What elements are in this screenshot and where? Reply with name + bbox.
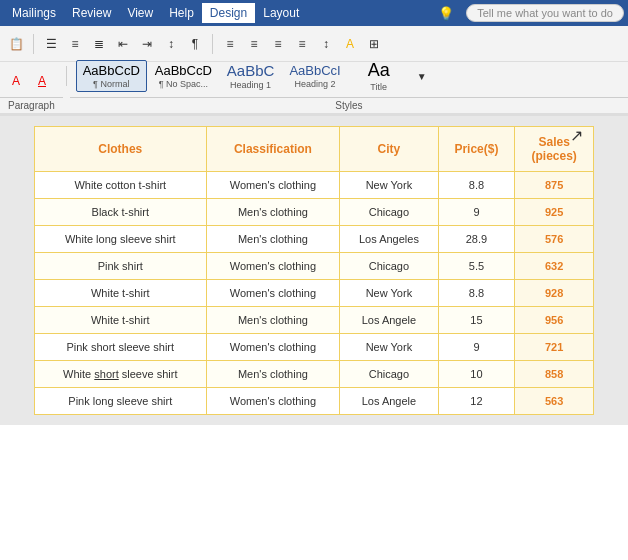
tell-me-text: Tell me what you want to do — [477, 7, 613, 19]
table-cell: White cotton t-shirt — [35, 172, 207, 199]
table-cell: New York — [340, 172, 438, 199]
table-cell: White long sleeve shirt — [35, 226, 207, 253]
clipboard-group: 📋 — [4, 32, 28, 56]
style-heading2[interactable]: AaBbCcI Heading 2 — [282, 60, 347, 92]
style-title-preview: Aa — [368, 60, 390, 82]
table-cell: Pink long sleeve shirt — [35, 388, 207, 415]
table-cell: New York — [340, 280, 438, 307]
table-row: Black t-shirtMen's clothingChicago9925 — [35, 199, 594, 226]
align-left-button[interactable]: ≡ — [218, 32, 242, 56]
table-cell: White short sleeve shirt — [35, 361, 207, 388]
table-cell: Los Angele — [340, 307, 438, 334]
increase-indent-button[interactable]: ⇥ — [135, 32, 159, 56]
col-header-clothes: Clothes — [35, 127, 207, 172]
paste-button[interactable]: 📋 — [4, 32, 28, 56]
col-header-city: City — [340, 127, 438, 172]
table-cell: White t-shirt — [35, 307, 207, 334]
table-row: White short sleeve shirtMen's clothingCh… — [35, 361, 594, 388]
col-header-sales: Sales(pieces) — [515, 127, 594, 172]
table-row: Pink long sleeve shirtWomen's clothingLo… — [35, 388, 594, 415]
table-cell: 956 — [515, 307, 594, 334]
align-right-button[interactable]: ≡ — [266, 32, 290, 56]
alignment-group: ≡ ≡ ≡ ≡ ↕ A ⊞ — [218, 32, 386, 56]
table-cell: Los Angele — [340, 388, 438, 415]
table-cell: Chicago — [340, 253, 438, 280]
col-header-classification: Classification — [206, 127, 340, 172]
table-cell: Pink short sleeve shirt — [35, 334, 207, 361]
document-area: ↗ Clothes Classification City Price($) S… — [0, 116, 628, 425]
table-cell: 9 — [438, 334, 515, 361]
table-cell: Women's clothing — [206, 172, 340, 199]
line-spacing-button[interactable]: ↕ — [314, 32, 338, 56]
justify-button[interactable]: ≡ — [290, 32, 314, 56]
table-cell: Women's clothing — [206, 334, 340, 361]
table-cell: Black t-shirt — [35, 199, 207, 226]
table-cell: 563 — [515, 388, 594, 415]
table-cell: Los Angeles — [340, 226, 438, 253]
style-nospace-preview: AaBbCcD — [155, 63, 212, 79]
table-row: Pink shirtWomen's clothingChicago5.5632 — [35, 253, 594, 280]
style-nospace[interactable]: AaBbCcD ¶ No Spac... — [148, 60, 219, 92]
text-format-group: ☰ ≡ ≣ ⇤ ⇥ ↕ ¶ — [39, 32, 207, 56]
decrease-indent-button[interactable]: ⇤ — [111, 32, 135, 56]
table-cell: 15 — [438, 307, 515, 334]
style-normal-preview: AaBbCcD — [83, 63, 140, 79]
paragraph-section: A A Paragraph — [0, 62, 63, 113]
table-cell: Chicago — [340, 361, 438, 388]
table-cell: New York — [340, 334, 438, 361]
separator-2 — [212, 34, 213, 54]
borders-button[interactable]: ⊞ — [362, 32, 386, 56]
menu-mailings[interactable]: Mailings — [4, 3, 64, 23]
table-cell: 632 — [515, 253, 594, 280]
menu-help[interactable]: Help — [161, 3, 202, 23]
paragraph-label: Paragraph — [0, 97, 63, 113]
shading-button[interactable]: A — [338, 32, 362, 56]
style-h1-label: Heading 1 — [230, 80, 271, 90]
menu-design[interactable]: Design — [202, 3, 255, 23]
table-cell: 8.8 — [438, 280, 515, 307]
styles-section: AaBbCcD ¶ Normal AaBbCcD ¶ No Spac... Aa… — [70, 62, 628, 113]
table-row: Pink short sleeve shirtWomen's clothingN… — [35, 334, 594, 361]
table-cell: Men's clothing — [206, 199, 340, 226]
toolbar-area: 📋 ☰ ≡ ≣ ⇤ ⇥ ↕ ¶ ≡ ≡ ≡ ≡ ↕ A ⊞ A — [0, 26, 628, 116]
style-h1-preview: AaBbC — [227, 62, 275, 80]
sort-button[interactable]: ↕ — [159, 32, 183, 56]
menu-review[interactable]: Review — [64, 3, 119, 23]
table-cell: 576 — [515, 226, 594, 253]
table-cell: Women's clothing — [206, 388, 340, 415]
style-title[interactable]: Aa Title — [349, 57, 409, 95]
table-cell: Pink shirt — [35, 253, 207, 280]
table-cell: Men's clothing — [206, 307, 340, 334]
show-marks-button[interactable]: ¶ — [183, 32, 207, 56]
separator-1 — [33, 34, 34, 54]
table-cell: White t-shirt — [35, 280, 207, 307]
menu-view[interactable]: View — [119, 3, 161, 23]
multilevel-list-button[interactable]: ≣ — [87, 32, 111, 56]
numbered-list-button[interactable]: ≡ — [63, 32, 87, 56]
align-center-button[interactable]: ≡ — [242, 32, 266, 56]
table-cell: 925 — [515, 199, 594, 226]
bullet-list-button[interactable]: ☰ — [39, 32, 63, 56]
font-color-button[interactable]: A — [30, 69, 54, 93]
style-h2-preview: AaBbCcI — [289, 63, 340, 79]
table-row: White t-shirtMen's clothingLos Angele159… — [35, 307, 594, 334]
text-highlight-button[interactable]: A — [4, 69, 28, 93]
tell-me-input[interactable]: Tell me what you want to do — [466, 4, 624, 22]
table-row: White long sleeve shirtMen's clothingLos… — [35, 226, 594, 253]
table-cell: 928 — [515, 280, 594, 307]
clothes-table: Clothes Classification City Price($) Sal… — [34, 126, 594, 415]
table-cell: 858 — [515, 361, 594, 388]
table-cell: Women's clothing — [206, 253, 340, 280]
style-h2-label: Heading 2 — [295, 79, 336, 89]
style-heading1[interactable]: AaBbC Heading 1 — [220, 59, 282, 93]
styles-row: A A Paragraph AaBbCcD ¶ Normal AaBbCcD ¶… — [0, 62, 628, 114]
table-cell: 10 — [438, 361, 515, 388]
table-cell: 875 — [515, 172, 594, 199]
style-normal[interactable]: AaBbCcD ¶ Normal — [76, 60, 147, 92]
table-cell: Chicago — [340, 199, 438, 226]
styles-items: AaBbCcD ¶ Normal AaBbCcD ¶ No Spac... Aa… — [70, 55, 628, 97]
table-row: White cotton t-shirtWomen's clothingNew … — [35, 172, 594, 199]
menu-layout[interactable]: Layout — [255, 3, 307, 23]
paragraph-tools: A A — [0, 65, 63, 97]
styles-more-button[interactable]: ▼ — [410, 64, 434, 88]
